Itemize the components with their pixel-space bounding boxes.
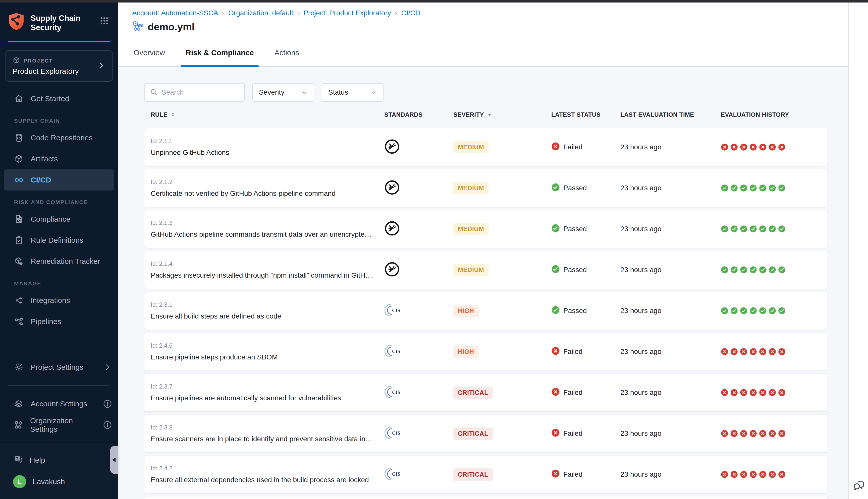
table-row[interactable]: Id: 2.4.2Ensure all external dependencie…: [144, 455, 827, 493]
check-circle-icon[interactable]: [769, 307, 776, 315]
x-circle-icon[interactable]: [749, 471, 757, 478]
check-circle-icon[interactable]: [721, 307, 728, 315]
check-circle-icon[interactable]: [778, 266, 786, 273]
breadcrumb-link-ci-cd[interactable]: CI/CD: [401, 9, 420, 17]
x-circle-icon[interactable]: [740, 471, 747, 478]
check-circle-icon[interactable]: [769, 266, 776, 273]
search-input[interactable]: [161, 88, 239, 96]
x-circle-icon[interactable]: [769, 348, 776, 355]
sidebar-item-ci-cd[interactable]: CI/CD: [4, 169, 114, 191]
table-row[interactable]: Id: 2.3.1Ensure all build steps are defi…: [144, 292, 827, 330]
project-selector[interactable]: PROJECT Product Exploratory: [5, 50, 112, 82]
x-circle-icon[interactable]: [740, 430, 747, 437]
x-circle-icon[interactable]: [731, 143, 738, 151]
severity-filter-dropdown[interactable]: Severity: [252, 83, 314, 102]
x-circle-icon[interactable]: [740, 143, 747, 151]
tab-overview[interactable]: Overview: [132, 48, 167, 66]
check-circle-icon[interactable]: [740, 266, 747, 273]
check-circle-icon[interactable]: [721, 266, 728, 273]
breadcrumb-link-project-product-exploratory[interactable]: Project: Product Exploratory: [303, 9, 391, 17]
x-circle-icon[interactable]: [759, 389, 767, 396]
table-row[interactable]: Id: 2.1.4Packages insecurely installed t…: [144, 251, 827, 289]
x-circle-icon[interactable]: [721, 389, 728, 396]
sidebar-item-code-repositories[interactable]: Code Repositories: [0, 127, 118, 148]
sidebar-collapse-handle[interactable]: [110, 446, 118, 474]
check-circle-icon[interactable]: [749, 307, 757, 315]
check-circle-icon[interactable]: [749, 266, 757, 273]
help-button[interactable]: ? Help: [0, 449, 118, 471]
x-circle-icon[interactable]: [749, 143, 757, 151]
check-circle-icon[interactable]: [759, 225, 767, 233]
x-circle-icon[interactable]: [749, 389, 757, 396]
x-circle-icon[interactable]: [749, 348, 757, 355]
sidebar-item-compliance[interactable]: Compliance: [0, 209, 118, 230]
column-header-severity[interactable]: SEVERITY: [453, 111, 551, 118]
x-circle-icon[interactable]: [721, 430, 728, 437]
table-row[interactable]: Id: 2.1.1Unpinned GitHub ActionsMEDIUMFa…: [144, 128, 827, 166]
table-row[interactable]: Id: 2.3.8Ensure scanners are in place to…: [144, 415, 827, 452]
check-circle-icon[interactable]: [740, 184, 747, 192]
x-circle-icon[interactable]: [778, 389, 786, 396]
x-circle-icon[interactable]: [721, 471, 728, 478]
x-circle-icon[interactable]: [740, 348, 747, 355]
x-circle-icon[interactable]: [759, 471, 767, 478]
table-row[interactable]: Id: 2.3.7Ensure pipelines are automatica…: [144, 374, 827, 411]
breadcrumb-link-account-automation-ssca[interactable]: Account: Automation-SSCA: [132, 9, 218, 17]
check-circle-icon[interactable]: [740, 225, 747, 233]
x-circle-icon[interactable]: [769, 389, 776, 396]
x-circle-icon[interactable]: [778, 471, 786, 478]
check-circle-icon[interactable]: [731, 307, 738, 315]
x-circle-icon[interactable]: [721, 348, 728, 355]
check-circle-icon[interactable]: [769, 184, 776, 192]
check-circle-icon[interactable]: [759, 307, 767, 315]
x-circle-icon[interactable]: [769, 430, 776, 437]
sidebar-item-rule-definitions[interactable]: Rule Definitions: [0, 230, 118, 251]
breadcrumb-link-organization-default[interactable]: Organization: default: [228, 9, 293, 17]
check-circle-icon[interactable]: [731, 184, 738, 192]
x-circle-icon[interactable]: [769, 471, 776, 478]
check-circle-icon[interactable]: [778, 307, 786, 315]
check-circle-icon[interactable]: [759, 184, 767, 192]
check-circle-icon[interactable]: [740, 307, 747, 315]
check-circle-icon[interactable]: [778, 184, 786, 192]
x-circle-icon[interactable]: [759, 348, 767, 355]
check-circle-icon[interactable]: [749, 225, 757, 233]
sidebar-item-project-settings[interactable]: Project Settings: [0, 357, 118, 378]
status-filter-dropdown[interactable]: Status: [322, 83, 384, 102]
check-circle-icon[interactable]: [731, 225, 738, 233]
info-icon[interactable]: [103, 399, 112, 409]
check-circle-icon[interactable]: [778, 225, 786, 233]
x-circle-icon[interactable]: [778, 143, 786, 151]
x-circle-icon[interactable]: [778, 430, 786, 437]
x-circle-icon[interactable]: [759, 430, 767, 437]
x-circle-icon[interactable]: [759, 143, 767, 151]
chat-support-icon[interactable]: [853, 479, 865, 492]
check-circle-icon[interactable]: [721, 225, 728, 233]
sidebar-item-organization-settings[interactable]: Organization Settings: [0, 414, 118, 436]
x-circle-icon[interactable]: [740, 389, 747, 396]
x-circle-icon[interactable]: [731, 430, 738, 437]
tab-risk-compliance[interactable]: Risk & Compliance: [184, 48, 255, 66]
table-row[interactable]: Id: 2.4.6Ensure pipeline steps produce a…: [144, 333, 827, 370]
x-circle-icon[interactable]: [731, 389, 738, 396]
tab-actions[interactable]: Actions: [273, 48, 301, 66]
sidebar-item-pipelines[interactable]: Pipelines: [0, 311, 118, 332]
table-row[interactable]: Id: 2.1.3GitHub Actions pipeline command…: [144, 210, 827, 248]
check-circle-icon[interactable]: [721, 184, 728, 192]
check-circle-icon[interactable]: [769, 225, 776, 233]
sidebar-item-get-started[interactable]: Get Started: [0, 88, 118, 109]
app-logo[interactable]: Supply Chain Security: [0, 0, 118, 38]
sidebar-item-remediation-tracker[interactable]: Remediation Tracker: [0, 251, 118, 272]
app-switcher-grid-icon[interactable]: [99, 16, 109, 27]
check-circle-icon[interactable]: [759, 266, 767, 273]
table-row[interactable]: Id: 2.1.2Certificate not verified by Git…: [144, 169, 827, 207]
table-row[interactable]: Id: 3.1.7CISCRITICALFailed23 hours ago: [144, 497, 827, 499]
x-circle-icon[interactable]: [749, 430, 757, 437]
x-circle-icon[interactable]: [731, 348, 738, 355]
check-circle-icon[interactable]: [749, 184, 757, 192]
x-circle-icon[interactable]: [731, 471, 738, 478]
x-circle-icon[interactable]: [778, 348, 786, 355]
user-menu[interactable]: L Lavakush: [0, 471, 118, 492]
sidebar-item-account-settings[interactable]: Account Settings: [0, 393, 118, 414]
sidebar-item-artifacts[interactable]: Artifacts: [0, 148, 118, 169]
